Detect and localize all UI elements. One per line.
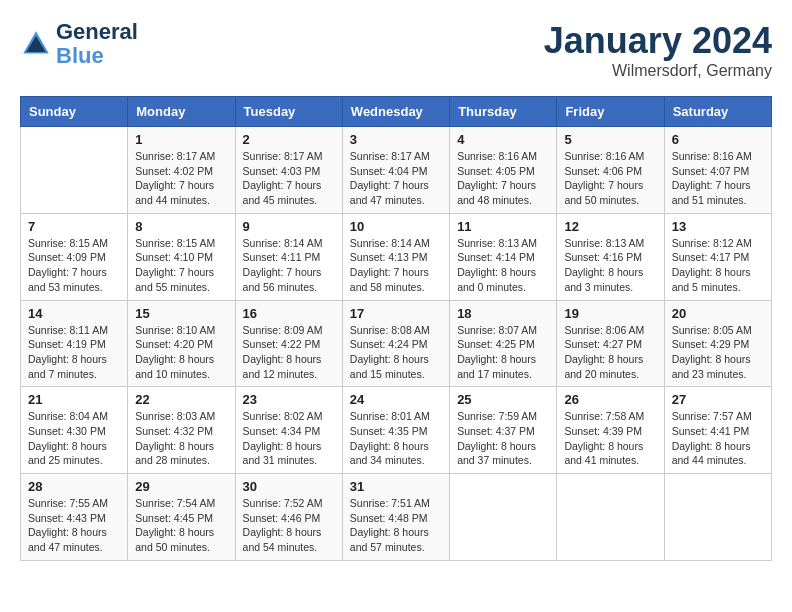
- day-number: 5: [564, 132, 656, 147]
- day-info: Sunrise: 8:12 AMSunset: 4:17 PMDaylight:…: [672, 236, 764, 295]
- calendar-cell: 18Sunrise: 8:07 AMSunset: 4:25 PMDayligh…: [450, 300, 557, 387]
- calendar-cell: 24Sunrise: 8:01 AMSunset: 4:35 PMDayligh…: [342, 387, 449, 474]
- calendar-cell: [557, 474, 664, 561]
- day-number: 31: [350, 479, 442, 494]
- title-block: January 2024 Wilmersdorf, Germany: [544, 20, 772, 80]
- day-info: Sunrise: 7:51 AMSunset: 4:48 PMDaylight:…: [350, 496, 442, 555]
- day-info: Sunrise: 7:52 AMSunset: 4:46 PMDaylight:…: [243, 496, 335, 555]
- day-info: Sunrise: 8:03 AMSunset: 4:32 PMDaylight:…: [135, 409, 227, 468]
- day-info: Sunrise: 8:17 AMSunset: 4:04 PMDaylight:…: [350, 149, 442, 208]
- calendar-cell: 16Sunrise: 8:09 AMSunset: 4:22 PMDayligh…: [235, 300, 342, 387]
- location: Wilmersdorf, Germany: [544, 62, 772, 80]
- weekday-header: Friday: [557, 97, 664, 127]
- day-info: Sunrise: 8:16 AMSunset: 4:06 PMDaylight:…: [564, 149, 656, 208]
- day-info: Sunrise: 7:57 AMSunset: 4:41 PMDaylight:…: [672, 409, 764, 468]
- logo-icon: [20, 28, 52, 60]
- day-info: Sunrise: 7:59 AMSunset: 4:37 PMDaylight:…: [457, 409, 549, 468]
- day-number: 27: [672, 392, 764, 407]
- day-info: Sunrise: 8:13 AMSunset: 4:14 PMDaylight:…: [457, 236, 549, 295]
- day-info: Sunrise: 8:06 AMSunset: 4:27 PMDaylight:…: [564, 323, 656, 382]
- calendar-week-row: 28Sunrise: 7:55 AMSunset: 4:43 PMDayligh…: [21, 474, 772, 561]
- calendar-cell: 12Sunrise: 8:13 AMSunset: 4:16 PMDayligh…: [557, 213, 664, 300]
- day-info: Sunrise: 8:02 AMSunset: 4:34 PMDaylight:…: [243, 409, 335, 468]
- day-number: 14: [28, 306, 120, 321]
- calendar-cell: 30Sunrise: 7:52 AMSunset: 4:46 PMDayligh…: [235, 474, 342, 561]
- day-number: 29: [135, 479, 227, 494]
- calendar-week-row: 7Sunrise: 8:15 AMSunset: 4:09 PMDaylight…: [21, 213, 772, 300]
- calendar-cell: 3Sunrise: 8:17 AMSunset: 4:04 PMDaylight…: [342, 127, 449, 214]
- logo: General Blue: [20, 20, 138, 68]
- day-info: Sunrise: 8:01 AMSunset: 4:35 PMDaylight:…: [350, 409, 442, 468]
- weekday-header: Sunday: [21, 97, 128, 127]
- day-number: 26: [564, 392, 656, 407]
- calendar-cell: 29Sunrise: 7:54 AMSunset: 4:45 PMDayligh…: [128, 474, 235, 561]
- calendar-week-row: 21Sunrise: 8:04 AMSunset: 4:30 PMDayligh…: [21, 387, 772, 474]
- day-info: Sunrise: 8:14 AMSunset: 4:11 PMDaylight:…: [243, 236, 335, 295]
- calendar-table: SundayMondayTuesdayWednesdayThursdayFrid…: [20, 96, 772, 561]
- day-info: Sunrise: 8:16 AMSunset: 4:07 PMDaylight:…: [672, 149, 764, 208]
- day-info: Sunrise: 8:05 AMSunset: 4:29 PMDaylight:…: [672, 323, 764, 382]
- day-number: 16: [243, 306, 335, 321]
- logo-text: General Blue: [56, 20, 138, 68]
- weekday-header: Wednesday: [342, 97, 449, 127]
- page-header: General Blue January 2024 Wilmersdorf, G…: [20, 20, 772, 80]
- calendar-cell: 10Sunrise: 8:14 AMSunset: 4:13 PMDayligh…: [342, 213, 449, 300]
- day-number: 21: [28, 392, 120, 407]
- calendar-cell: 2Sunrise: 8:17 AMSunset: 4:03 PMDaylight…: [235, 127, 342, 214]
- weekday-header: Thursday: [450, 97, 557, 127]
- weekday-header: Monday: [128, 97, 235, 127]
- calendar-cell: 31Sunrise: 7:51 AMSunset: 4:48 PMDayligh…: [342, 474, 449, 561]
- calendar-cell: 20Sunrise: 8:05 AMSunset: 4:29 PMDayligh…: [664, 300, 771, 387]
- calendar-cell: 4Sunrise: 8:16 AMSunset: 4:05 PMDaylight…: [450, 127, 557, 214]
- day-number: 13: [672, 219, 764, 234]
- weekday-header-row: SundayMondayTuesdayWednesdayThursdayFrid…: [21, 97, 772, 127]
- day-number: 15: [135, 306, 227, 321]
- month-title: January 2024: [544, 20, 772, 62]
- day-info: Sunrise: 8:15 AMSunset: 4:09 PMDaylight:…: [28, 236, 120, 295]
- calendar-cell: 13Sunrise: 8:12 AMSunset: 4:17 PMDayligh…: [664, 213, 771, 300]
- calendar-cell: 25Sunrise: 7:59 AMSunset: 4:37 PMDayligh…: [450, 387, 557, 474]
- calendar-header: SundayMondayTuesdayWednesdayThursdayFrid…: [21, 97, 772, 127]
- calendar-body: 1Sunrise: 8:17 AMSunset: 4:02 PMDaylight…: [21, 127, 772, 561]
- day-number: 30: [243, 479, 335, 494]
- day-number: 11: [457, 219, 549, 234]
- day-number: 1: [135, 132, 227, 147]
- calendar-cell: 21Sunrise: 8:04 AMSunset: 4:30 PMDayligh…: [21, 387, 128, 474]
- calendar-cell: 1Sunrise: 8:17 AMSunset: 4:02 PMDaylight…: [128, 127, 235, 214]
- calendar-cell: 22Sunrise: 8:03 AMSunset: 4:32 PMDayligh…: [128, 387, 235, 474]
- day-number: 6: [672, 132, 764, 147]
- calendar-cell: 14Sunrise: 8:11 AMSunset: 4:19 PMDayligh…: [21, 300, 128, 387]
- day-number: 23: [243, 392, 335, 407]
- calendar-cell: 27Sunrise: 7:57 AMSunset: 4:41 PMDayligh…: [664, 387, 771, 474]
- calendar-cell: 23Sunrise: 8:02 AMSunset: 4:34 PMDayligh…: [235, 387, 342, 474]
- day-number: 19: [564, 306, 656, 321]
- weekday-header: Tuesday: [235, 97, 342, 127]
- day-number: 20: [672, 306, 764, 321]
- day-info: Sunrise: 8:09 AMSunset: 4:22 PMDaylight:…: [243, 323, 335, 382]
- day-info: Sunrise: 7:55 AMSunset: 4:43 PMDaylight:…: [28, 496, 120, 555]
- calendar-week-row: 1Sunrise: 8:17 AMSunset: 4:02 PMDaylight…: [21, 127, 772, 214]
- day-number: 24: [350, 392, 442, 407]
- calendar-cell: 5Sunrise: 8:16 AMSunset: 4:06 PMDaylight…: [557, 127, 664, 214]
- day-info: Sunrise: 8:10 AMSunset: 4:20 PMDaylight:…: [135, 323, 227, 382]
- day-number: 25: [457, 392, 549, 407]
- day-info: Sunrise: 8:07 AMSunset: 4:25 PMDaylight:…: [457, 323, 549, 382]
- day-number: 7: [28, 219, 120, 234]
- calendar-cell: 26Sunrise: 7:58 AMSunset: 4:39 PMDayligh…: [557, 387, 664, 474]
- day-number: 3: [350, 132, 442, 147]
- calendar-cell: [21, 127, 128, 214]
- day-info: Sunrise: 8:16 AMSunset: 4:05 PMDaylight:…: [457, 149, 549, 208]
- day-info: Sunrise: 7:54 AMSunset: 4:45 PMDaylight:…: [135, 496, 227, 555]
- day-number: 22: [135, 392, 227, 407]
- day-info: Sunrise: 8:08 AMSunset: 4:24 PMDaylight:…: [350, 323, 442, 382]
- day-info: Sunrise: 8:17 AMSunset: 4:03 PMDaylight:…: [243, 149, 335, 208]
- calendar-cell: 6Sunrise: 8:16 AMSunset: 4:07 PMDaylight…: [664, 127, 771, 214]
- calendar-cell: [450, 474, 557, 561]
- calendar-cell: 19Sunrise: 8:06 AMSunset: 4:27 PMDayligh…: [557, 300, 664, 387]
- day-info: Sunrise: 8:11 AMSunset: 4:19 PMDaylight:…: [28, 323, 120, 382]
- day-info: Sunrise: 8:14 AMSunset: 4:13 PMDaylight:…: [350, 236, 442, 295]
- calendar-week-row: 14Sunrise: 8:11 AMSunset: 4:19 PMDayligh…: [21, 300, 772, 387]
- day-number: 8: [135, 219, 227, 234]
- day-number: 18: [457, 306, 549, 321]
- weekday-header: Saturday: [664, 97, 771, 127]
